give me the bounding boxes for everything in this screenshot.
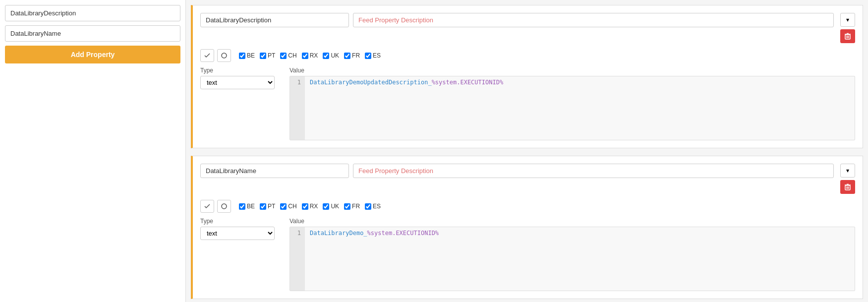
locale-ch-2[interactable]: CH [280,203,296,210]
circle-icon [221,53,227,59]
feed-desc-input-2[interactable] [353,164,834,178]
chevron-down-button-1[interactable]: ▾ [840,13,855,27]
trash-icon [844,33,851,40]
card-right-2: Value 1 DataLibraryDemo_%system.EXECUTIO… [289,218,855,291]
circle-icon-btn-1[interactable] [217,49,231,62]
svg-point-13 [222,204,227,209]
delete-button-1[interactable] [840,29,855,43]
edit-icon-btn-1[interactable] [200,49,214,62]
type-select-2[interactable]: text number boolean [200,227,275,240]
line-numbers-1: 1 [290,76,305,140]
locale-be-1[interactable]: BE [239,52,255,59]
code-content-2[interactable]: DataLibraryDemo_%system.EXECUTIONID% [305,227,855,291]
locale-fr-1[interactable]: FR [344,52,360,59]
type-select-wrapper-1: text number boolean [200,76,280,89]
locale-rx-2[interactable]: RX [302,203,318,210]
trash-icon-2 [844,183,851,190]
locale-es-1[interactable]: ES [365,52,381,59]
main-content: ▾ [186,0,868,302]
locale-rx-1[interactable]: RX [302,52,318,59]
locale-es-2[interactable]: ES [365,203,381,210]
sidebar-item-name[interactable]: DataLibraryName [5,25,180,42]
card-left-1: Type text number boolean [200,67,280,140]
sidebar: DataLibraryDescription DataLibraryName A… [0,0,186,302]
edit-icon-btn-2[interactable] [200,200,214,213]
feed-desc-input-1[interactable] [353,13,834,27]
locale-uk-1[interactable]: UK [323,52,339,59]
property-card-1: ▾ [191,5,863,148]
locale-pt-2[interactable]: PT [260,203,275,210]
type-select-1[interactable]: text number boolean [200,76,275,89]
card-actions-2: ▾ [840,164,855,194]
value-label-2: Value [289,218,855,225]
code-text-2: DataLibraryDemo_ [310,230,367,237]
locale-be-2[interactable]: BE [239,203,255,210]
locale-ch-1[interactable]: CH [280,52,296,59]
card-right-1: Value 1 DataLibraryDemoUpdatedDescriptio… [289,67,855,140]
circle-icon-2 [221,203,227,209]
code-var-1: %system.EXECUTIONID% [432,79,504,86]
value-label-1: Value [289,67,855,74]
type-label-1: Type [200,67,280,74]
locale-uk-2[interactable]: UK [323,203,339,210]
delete-button-2[interactable] [840,180,855,194]
code-var-2: %system.EXECUTIONID% [367,230,439,237]
property-name-input-2[interactable] [200,164,349,178]
line-numbers-2: 1 [290,227,305,291]
code-editor-1[interactable]: 1 DataLibraryDemoUpdatedDescription_%sys… [289,76,855,140]
card-left-2: Type text number boolean [200,218,280,291]
code-content-1[interactable]: DataLibraryDemoUpdatedDescription_%syste… [305,76,855,140]
code-text-1: DataLibraryDemoUpdatedDescription_ [310,79,432,86]
type-select-wrapper-2: text number boolean [200,227,280,240]
check-edit-icon-2 [204,203,211,210]
card-body-1: Type text number boolean Value 1 DataLib… [200,67,855,140]
locale-pt-1[interactable]: PT [260,52,275,59]
property-card-2: ▾ [191,156,863,299]
chevron-down-button-2[interactable]: ▾ [840,164,855,178]
check-edit-icon [204,52,211,59]
locale-fr-2[interactable]: FR [344,203,360,210]
locales-1: BE PT CH RX UK FR ES [239,52,381,59]
property-name-input-1[interactable] [200,13,349,27]
type-label-2: Type [200,218,280,225]
sidebar-item-description[interactable]: DataLibraryDescription [5,5,180,21]
locales-2: BE PT CH RX UK FR ES [239,203,381,210]
card-actions-1: ▾ [840,13,855,43]
circle-icon-btn-2[interactable] [217,200,231,213]
add-property-button[interactable]: Add Property [5,46,180,63]
code-editor-2[interactable]: 1 DataLibraryDemo_%system.EXECUTIONID% [289,227,855,291]
svg-point-6 [222,53,227,58]
card-body-2: Type text number boolean Value 1 DataLib… [200,218,855,291]
